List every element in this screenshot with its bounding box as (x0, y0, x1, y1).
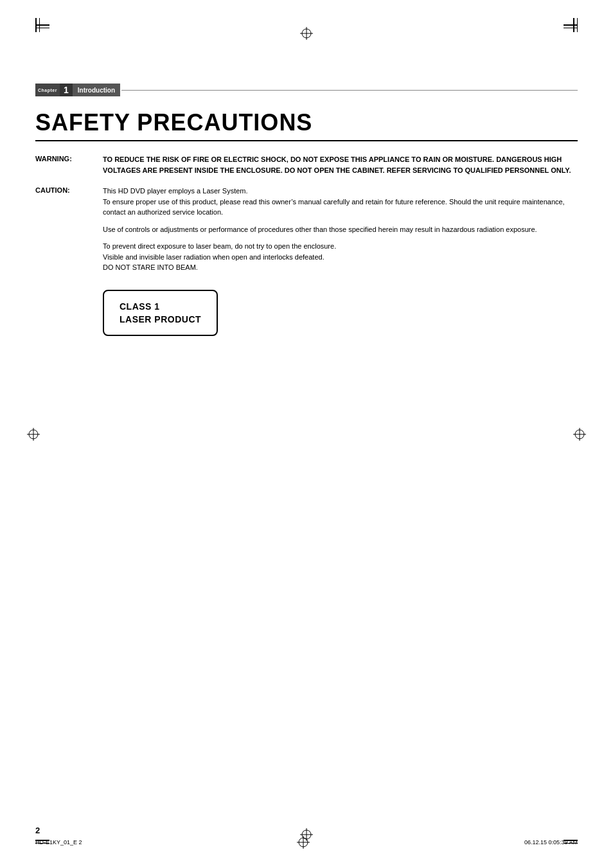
caution-p3: Use of controls or adjustments or perfor… (103, 224, 578, 235)
footer-left: HD-E1KY_01_E 2 (35, 839, 82, 846)
crosshair-top-center (300, 27, 313, 40)
chapter-number: 1 (60, 84, 73, 96)
chapter-line (121, 90, 578, 91)
footer: HD-E1KY_01_E 2 06.12.15 0:05:39 AM (35, 836, 578, 849)
caution-p4: To prevent direct exposure to laser beam… (103, 241, 578, 273)
laser-product-label: LASER PRODUCT (120, 314, 201, 324)
laser-product-box: CLASS 1 LASER PRODUCT (103, 290, 218, 336)
footer-right: 06.12.15 0:05:39 AM (524, 839, 578, 846)
caution-content: This HD DVD player employs a Laser Syste… (103, 186, 578, 273)
warning-text: TO REDUCE THE RISK OF FIRE OR ELECTRIC S… (103, 154, 578, 175)
warning-content: TO REDUCE THE RISK OF FIRE OR ELECTRIC S… (103, 154, 578, 175)
page-number: 2 (35, 826, 40, 835)
main-title: SAFETY PRECAUTIONS (35, 109, 578, 136)
caution-section: CAUTION: This HD DVD player employs a La… (35, 186, 578, 273)
caution-label: CAUTION: (35, 186, 90, 273)
side-mark-right (573, 18, 578, 32)
side-mark-left (35, 18, 40, 32)
caution-p1: This HD DVD player employs a Laser Syste… (103, 186, 578, 218)
chapter-header: Chapter 1 Introduction (35, 84, 578, 96)
crosshair-right-middle (573, 428, 586, 441)
footer-center-crosshair (297, 836, 310, 849)
page: Chapter 1 Introduction SAFETY PRECAUTION… (0, 0, 613, 868)
laser-class: CLASS 1 (120, 301, 201, 312)
content-area: SAFETY PRECAUTIONS WARNING: TO REDUCE TH… (35, 109, 578, 336)
page-number-area: 2 (35, 824, 40, 836)
warning-section: WARNING: TO REDUCE THE RISK OF FIRE OR E… (35, 154, 578, 175)
chapter-title: Introduction (73, 84, 120, 96)
chapter-label: Chapter (35, 84, 60, 96)
warning-label: WARNING: (35, 154, 90, 175)
crosshair-left-middle (27, 428, 40, 441)
title-underline (35, 140, 578, 141)
